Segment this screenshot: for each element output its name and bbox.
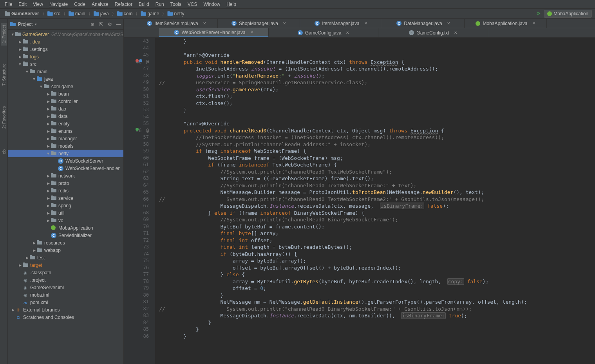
- gutter-line[interactable]: 47: [124, 65, 149, 72]
- tree-item-MobaApplication[interactable]: MobaApplication: [8, 224, 123, 232]
- tree-item-Scratches-and-Consoles[interactable]: ⧉Scratches and Consoles: [8, 313, 123, 321]
- tree-item-logs[interactable]: ▶logs: [8, 53, 123, 60]
- close-icon[interactable]: ✕: [203, 21, 206, 25]
- gutter-line[interactable]: 65: [124, 189, 149, 196]
- gutter-line[interactable]: 66: [124, 196, 149, 203]
- gutter-line[interactable]: 80: [124, 292, 149, 299]
- menu-window[interactable]: Window: [200, 0, 223, 8]
- tool-tab-favorites[interactable]: 2: Favorites: [1, 104, 7, 131]
- breadcrumb-netty[interactable]: netty: [166, 10, 186, 17]
- tree-item-test[interactable]: ▶test: [8, 254, 123, 261]
- gutter-line[interactable]: 67: [124, 203, 149, 210]
- tree-arrow[interactable]: ▶: [46, 189, 50, 193]
- breadcrumb-com[interactable]: com: [116, 10, 134, 17]
- tree-arrow[interactable]: ▶: [46, 107, 50, 111]
- tree-item-src[interactable]: ▼src: [8, 60, 123, 68]
- tree-arrow[interactable]: ▶: [32, 241, 36, 245]
- menu-refactor[interactable]: Refactor: [112, 0, 136, 8]
- gutter-line[interactable]: 54: [124, 114, 149, 121]
- tree-arrow[interactable]: ▼: [25, 70, 29, 74]
- gutter-line[interactable]: 73: [124, 244, 149, 251]
- tree-arrow[interactable]: ▶: [46, 144, 50, 148]
- tree-item-GameServer-iml[interactable]: ◉GameServer.iml: [8, 284, 123, 291]
- gutter-line[interactable]: 72: [124, 237, 149, 244]
- tree-arrow[interactable]: ▼: [18, 62, 22, 66]
- tree-item-java[interactable]: ▼java: [8, 75, 123, 83]
- menu-tools[interactable]: Tools: [167, 0, 184, 8]
- tree-arrow[interactable]: ▶: [25, 256, 29, 260]
- tree-item-data[interactable]: ▶data: [8, 112, 123, 120]
- menu-run[interactable]: Run: [152, 0, 167, 8]
- tool-tab-structure[interactable]: 7: Structure: [1, 61, 7, 88]
- tab-ItemServiceImpl-java[interactable]: CItemServiceImpl.java✕: [136, 19, 218, 28]
- tree-item-com-game[interactable]: ▼com.game: [8, 83, 123, 90]
- code-area[interactable]: } "ann">@Override public void handlerRem…: [155, 38, 595, 364]
- tree-arrow[interactable]: ▶: [46, 129, 50, 133]
- gutter-line[interactable]: 75: [124, 257, 149, 264]
- tree-arrow[interactable]: ▶: [46, 100, 50, 103]
- tree-item-resources[interactable]: ▶resources: [8, 239, 123, 246]
- tree-item-network[interactable]: ▶network: [8, 172, 123, 179]
- build-icon[interactable]: ⟳: [536, 11, 541, 16]
- breadcrumb-GameServer[interactable]: GameServer: [3, 10, 41, 17]
- gutter-line[interactable]: 49: [124, 79, 149, 86]
- menu-code[interactable]: Code: [71, 0, 89, 8]
- tree-item-WebSocketServer[interactable]: CWebSocketServer: [8, 157, 123, 165]
- tree-item--idea[interactable]: ▶.idea: [8, 38, 123, 45]
- tree-item-WebSocketServerHandler[interactable]: CWebSocketServerHandler: [8, 165, 123, 172]
- gutter-line[interactable]: 46 @: [124, 59, 149, 66]
- tree-arrow[interactable]: ▶: [32, 248, 36, 252]
- tree-item--classpath[interactable]: ◉.classpath: [8, 269, 123, 276]
- gutter-line[interactable]: 76: [124, 264, 149, 272]
- menu-help[interactable]: Help: [223, 0, 239, 8]
- tree-item-entity[interactable]: ▶entity: [8, 120, 123, 127]
- gutter-line[interactable]: 77: [124, 271, 149, 278]
- tab-DataManager-java[interactable]: CDataManager.java✕: [382, 19, 465, 28]
- tree-arrow[interactable]: ▶: [46, 137, 50, 141]
- tool-tab-eb[interactable]: eb: [1, 147, 7, 156]
- gutter-line[interactable]: 78: [124, 278, 149, 285]
- gutter-line[interactable]: 50: [124, 86, 149, 93]
- menu-view[interactable]: View: [30, 0, 46, 8]
- gutter-line[interactable]: 56 @: [124, 127, 149, 134]
- gutter-line[interactable]: 51: [124, 93, 149, 100]
- gutter-line[interactable]: 68: [124, 210, 149, 217]
- gutter-line[interactable]: 60: [124, 155, 149, 162]
- tree-arrow[interactable]: ▶: [46, 174, 50, 178]
- tool-tab-project[interactable]: 1: Project: [1, 23, 7, 45]
- tree-item-moba-iml[interactable]: ◉moba.iml: [8, 291, 123, 299]
- tree-item-ServletInitializer[interactable]: CServletInitializer: [8, 232, 123, 239]
- tab-GameConfig-txt[interactable]: ≡GameConfig.txt✕: [378, 28, 488, 37]
- gutter-line[interactable]: 83: [124, 312, 149, 319]
- gutter-line[interactable]: 63: [124, 175, 149, 182]
- tree-arrow[interactable]: ▶: [46, 114, 50, 118]
- gutter-line[interactable]: 64: [124, 182, 149, 189]
- gutter-line[interactable]: 82: [124, 306, 149, 313]
- gutter-line[interactable]: 52: [124, 100, 149, 107]
- tree-arrow[interactable]: ▶: [11, 308, 15, 312]
- gutter-line[interactable]: 44: [124, 45, 149, 52]
- menu-vcs[interactable]: VCS: [184, 0, 201, 8]
- tab-ItemManager-java[interactable]: CItemManager.java✕: [300, 19, 382, 28]
- tree-item-manager[interactable]: ▶manager: [8, 135, 123, 142]
- breadcrumb-java[interactable]: java: [92, 10, 110, 17]
- gutter-line[interactable]: 71: [124, 230, 149, 237]
- close-icon[interactable]: ✕: [454, 31, 457, 35]
- locate-icon[interactable]: ⊕: [90, 22, 95, 27]
- gutter-line[interactable]: 59: [124, 148, 149, 155]
- hide-icon[interactable]: —: [116, 22, 121, 27]
- tree-arrow[interactable]: ▶: [46, 219, 50, 223]
- gutter-line[interactable]: 79: [124, 285, 149, 292]
- tree-arrow[interactable]: ▶: [46, 196, 50, 200]
- gutter[interactable]: 43444546 @47484950515253545556 @57585960…: [124, 38, 155, 364]
- collapse-icon[interactable]: ⇱: [98, 22, 104, 27]
- breadcrumb-src[interactable]: src: [46, 10, 62, 17]
- gutter-line[interactable]: 61: [124, 161, 149, 168]
- tree-item-main[interactable]: ▼main: [8, 68, 123, 75]
- gutter-line[interactable]: 55: [124, 120, 149, 127]
- gutter-line[interactable]: 45: [124, 52, 149, 59]
- tree-item-models[interactable]: ▶models: [8, 142, 123, 150]
- gutter-line[interactable]: 81: [124, 299, 149, 306]
- menu-file[interactable]: File: [2, 0, 15, 8]
- menu-build[interactable]: Build: [136, 0, 152, 8]
